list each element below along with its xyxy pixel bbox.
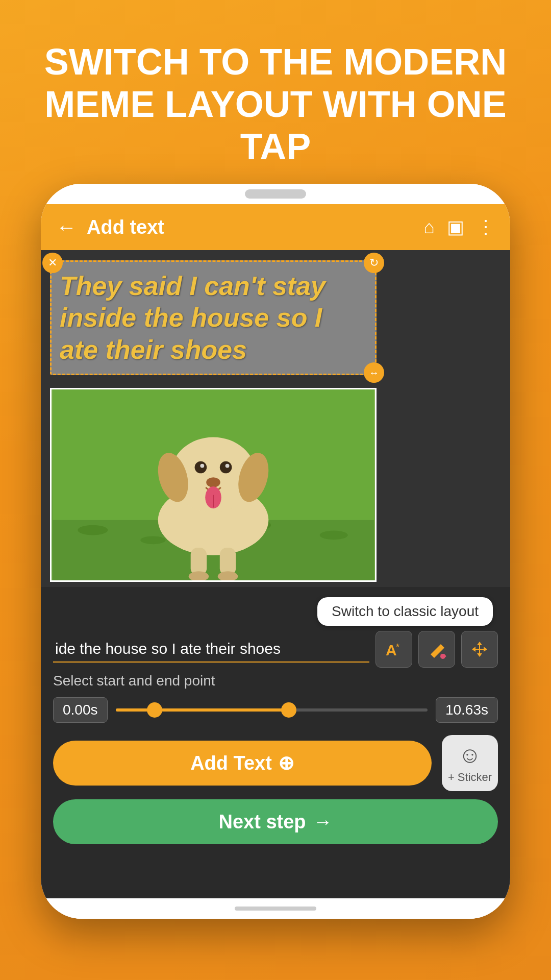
svg-point-12	[200, 464, 204, 468]
svg-point-13	[226, 464, 230, 468]
next-step-label: Next step	[218, 811, 306, 833]
phone-bottom-bar	[41, 898, 510, 919]
sticker-icon: ☺	[459, 742, 482, 768]
timeline-thumb-left[interactable]	[147, 702, 162, 718]
font-style-button[interactable]: A *	[375, 631, 412, 668]
canvas-area: ✕ ↻ ↔ They said I can't stay inside the …	[41, 250, 510, 587]
more-icon[interactable]: ⋮	[477, 216, 495, 238]
bottom-controls: Switch to classic layout A *	[41, 587, 510, 898]
sticker-label: + Sticker	[448, 771, 492, 784]
svg-point-14	[206, 477, 220, 487]
text-input[interactable]	[53, 636, 369, 663]
svg-text:*: *	[396, 642, 399, 652]
add-text-button[interactable]: Add Text ⊕	[53, 741, 432, 786]
app-header: ← Add text ⌂ ▣ ⋮	[41, 204, 510, 250]
resize-text-icon[interactable]: ↔	[364, 362, 384, 383]
move-button[interactable]	[461, 631, 498, 668]
phone-notch	[245, 189, 306, 199]
next-step-icon: →	[313, 811, 333, 833]
action-row: Add Text ⊕ ☺ + Sticker	[53, 735, 498, 791]
app-title: Add text	[87, 216, 413, 238]
add-text-label: Add Text	[190, 752, 272, 774]
next-step-button[interactable]: Next step →	[53, 799, 498, 844]
svg-point-5	[320, 531, 348, 540]
close-text-icon[interactable]: ✕	[42, 253, 63, 273]
select-label: Select start and end point	[53, 673, 498, 689]
svg-text:A: A	[386, 642, 397, 658]
svg-point-10	[195, 461, 207, 474]
rotate-text-icon[interactable]: ↻	[364, 253, 384, 273]
switch-layout-button[interactable]: Switch to classic layout	[317, 597, 493, 626]
text-input-row: A *	[53, 631, 498, 668]
svg-point-3	[140, 536, 165, 544]
timeline-thumb-right[interactable]	[281, 702, 296, 718]
phone-top-bar	[41, 184, 510, 204]
meme-text: They said I can't stay inside the house …	[60, 270, 367, 365]
svg-point-11	[220, 461, 232, 474]
time-end-badge: 10.63s	[436, 697, 498, 723]
timeline-row: 0.00s 10.63s	[53, 697, 498, 723]
phone-mockup: ← Add text ⌂ ▣ ⋮ ✕ ↻ ↔ They said I can't…	[41, 184, 510, 919]
svg-rect-18	[220, 548, 236, 575]
sticker-button[interactable]: ☺ + Sticker	[442, 735, 498, 791]
text-overlay-box[interactable]: ✕ ↻ ↔ They said I can't stay inside the …	[50, 260, 377, 375]
timeline-track[interactable]	[116, 708, 428, 712]
layout-icon[interactable]: ▣	[447, 216, 464, 238]
timeline-progress	[116, 708, 287, 712]
color-fill-button[interactable]	[418, 631, 455, 668]
home-indicator	[235, 906, 316, 911]
header-icons: ⌂ ▣ ⋮	[423, 216, 495, 238]
svg-point-2	[78, 525, 108, 535]
time-start-badge: 0.00s	[53, 697, 108, 723]
dog-image	[50, 388, 377, 582]
add-text-icon: ⊕	[278, 752, 294, 774]
home-icon[interactable]: ⌂	[423, 216, 435, 238]
hero-title: SWITCH TO THE MODERN MEME LAYOUT WITH ON…	[0, 0, 551, 188]
svg-rect-17	[191, 548, 207, 575]
switch-layout-row: Switch to classic layout	[53, 587, 498, 631]
back-button[interactable]: ←	[56, 216, 77, 239]
